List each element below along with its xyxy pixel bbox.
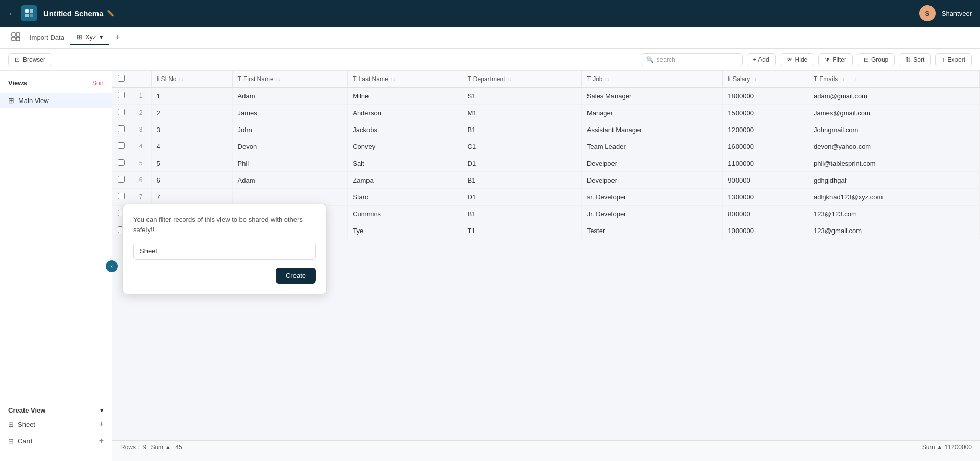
row-checkbox[interactable] (118, 159, 125, 166)
cell-email: Johngmail.com (808, 121, 979, 138)
si-sum-value: 45 (175, 444, 182, 451)
browser-button[interactable]: ⊡ Browser (8, 53, 52, 66)
popup-actions: Create (133, 268, 316, 284)
cell-job: sr. Developer (581, 189, 723, 206)
cell-email: 123@gmail.com (808, 222, 979, 239)
cell-department: D1 (462, 189, 581, 206)
filter-button[interactable]: ⧩ Filter (818, 53, 853, 66)
cell-salary: 1300000 (723, 189, 808, 206)
row-checkbox[interactable] (118, 125, 125, 132)
app-container: ← Untitled Schema ✏️ S Shantveer (0, 0, 980, 461)
table-row: 7 7 Starc D1 sr. Developer 1300000 adhjk… (112, 189, 980, 206)
last-name-sort-icon[interactable]: ↑↓ (390, 76, 396, 82)
cell-salary: 1100000 (723, 155, 808, 172)
row-checkbox[interactable] (118, 109, 125, 115)
add-sheet-icon[interactable]: + (99, 420, 104, 429)
cell-last-name: Starc (348, 189, 462, 206)
cell-salary: 1000000 (723, 222, 808, 239)
row-checkbox-cell (112, 155, 131, 172)
create-view-header[interactable]: Create View ▾ (8, 404, 104, 416)
header-department: T Department ↑↓ (462, 71, 581, 88)
row-checkbox[interactable] (118, 142, 125, 149)
cell-department: B1 (462, 172, 581, 189)
cell-job: Develpoer (581, 155, 723, 172)
svg-rect-2 (25, 14, 29, 17)
cell-first-name: John (232, 121, 348, 138)
row-checkbox[interactable] (118, 176, 125, 183)
job-sort-icon[interactable]: ↑↓ (605, 76, 610, 82)
avatar: S (919, 5, 936, 21)
add-tab-button[interactable]: + (111, 30, 125, 45)
app-logo (21, 5, 37, 21)
search-box[interactable]: 🔍 search (641, 53, 743, 66)
cell-last-name: Salt (348, 155, 462, 172)
cell-salary: 1200000 (723, 121, 808, 138)
dept-sort-icon[interactable]: ↑↓ (507, 76, 512, 82)
sheet-icon: ⊞ (8, 421, 14, 428)
row-checkbox[interactable] (118, 92, 125, 98)
cell-last-name: Zampa (348, 172, 462, 189)
header-emails: T Emails ↑↓ + (808, 71, 979, 88)
si-no-sort-icon[interactable]: ↑↓ (179, 76, 184, 82)
back-button[interactable]: ← (8, 10, 15, 17)
hide-icon: 👁 (787, 56, 793, 63)
email-sort-icon[interactable]: ↑↓ (840, 76, 845, 82)
edit-icon[interactable]: ✏️ (107, 10, 114, 17)
cell-si-no: 6 (151, 172, 232, 189)
cell-si-no: 2 (151, 105, 232, 121)
row-checkbox-cell (112, 105, 131, 121)
add-column-icon[interactable]: + (847, 75, 865, 83)
filter-icon: ⧩ (825, 56, 830, 63)
hide-button[interactable]: 👁 Hide (780, 53, 815, 66)
horizontal-scrollbar[interactable] (112, 454, 980, 461)
cell-department: C1 (462, 138, 581, 155)
salary-sort-icon[interactable]: ↑↓ (752, 76, 757, 82)
cell-email: gdhgjdhgaf (808, 172, 979, 189)
cell-job: Tester (581, 222, 723, 239)
schema-title: Untitled Schema ✏️ (43, 9, 114, 18)
dept-type-icon: T (468, 75, 471, 83)
username: Shantveer (942, 10, 972, 17)
cell-last-name: Tye (348, 222, 462, 239)
table-row: 2 2 James Anderson M1 Manager 1500000 Ja… (112, 105, 980, 121)
sheet-view-item[interactable]: ⊞ Sheet + (8, 416, 104, 432)
add-card-icon[interactable]: + (99, 436, 104, 445)
sidebar-toggle-button[interactable]: ‹ (106, 260, 118, 272)
cell-job: Develpoer (581, 172, 723, 189)
export-button[interactable]: ↑ Export (935, 53, 972, 66)
cell-last-name: Convey (348, 138, 462, 155)
views-sort-label[interactable]: Sort (92, 80, 104, 87)
search-icon: 🔍 (646, 56, 654, 63)
card-view-item[interactable]: ⊟ Card + (8, 432, 104, 449)
cell-email: adhjkhad123@xyz.com (808, 189, 979, 206)
export-icon: ↑ (942, 56, 945, 63)
row-checkbox[interactable] (118, 193, 125, 199)
grid-view-icon[interactable] (8, 29, 23, 46)
group-icon: ⊟ (864, 56, 869, 63)
first-name-sort-icon[interactable]: ↑↓ (276, 76, 281, 82)
active-tab[interactable]: ⊞ Xyz ▾ (70, 30, 109, 45)
header-last-name: T Last Name ↑↓ (348, 71, 462, 88)
first-name-type-icon: T (238, 75, 241, 83)
cell-department: T1 (462, 222, 581, 239)
import-data-label[interactable]: Import Data (26, 34, 68, 41)
header-first-name: T First Name ↑↓ (232, 71, 348, 88)
sort-button[interactable]: ⇅ Sort (899, 53, 931, 66)
cell-si-no: 5 (151, 155, 232, 172)
cell-department: M1 (462, 105, 581, 121)
svg-rect-1 (30, 9, 33, 13)
table-row: 1 1 Adam Milne S1 Sales Manager 1800000 … (112, 88, 980, 105)
main-view-item[interactable]: ⊞ Main View (0, 93, 112, 108)
create-button[interactable]: Create (276, 268, 316, 284)
row-checkbox-cell (112, 189, 131, 206)
row-number: 2 (131, 105, 151, 121)
cell-job: Team Leader (581, 138, 723, 155)
add-button[interactable]: + Add (747, 53, 776, 66)
cell-department: B1 (462, 121, 581, 138)
select-all-checkbox[interactable] (118, 75, 125, 82)
cell-si-no: 1 (151, 88, 232, 105)
tab-chevron-icon[interactable]: ▾ (100, 33, 103, 41)
group-button[interactable]: ⊟ Group (857, 53, 895, 66)
popup-name-input[interactable] (133, 243, 316, 260)
table-row: 6 6 Adam Zampa B1 Develpoer 900000 gdhgj… (112, 172, 980, 189)
